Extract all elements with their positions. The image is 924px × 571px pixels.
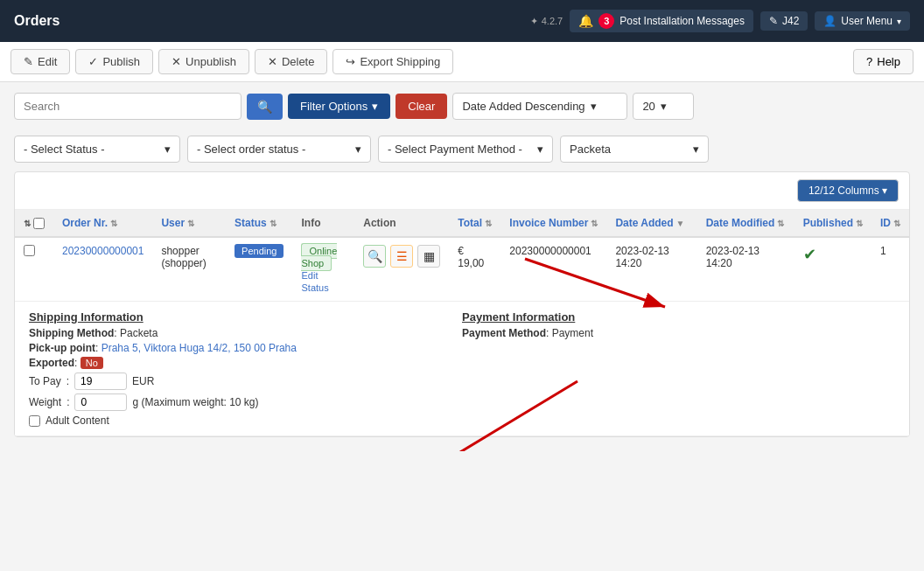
shipping-select[interactable]: Packeta ▾	[560, 136, 709, 163]
help-button[interactable]: ? Help	[853, 49, 914, 74]
j42-btn[interactable]: ✎ J42	[760, 11, 808, 31]
app-title: Orders	[14, 13, 530, 29]
info-section: Shipping Information Shipping Method: Pa…	[15, 302, 909, 435]
unpublish-button[interactable]: ✕ Unpublish	[158, 49, 249, 74]
source-badge: Online Shop	[301, 243, 337, 271]
user-icon: 👤	[823, 15, 836, 27]
td-order-nr: 20230000000001	[53, 237, 152, 302]
th-order-nr[interactable]: Order Nr. ⇅	[53, 210, 152, 237]
topay-label: To Pay	[29, 375, 61, 387]
table-toolbar: 12/12 Columns ▾	[15, 172, 909, 210]
order-link[interactable]: 20230000000001	[62, 245, 144, 257]
td-action: 🔍 ☰ ▦	[354, 237, 449, 302]
payment-method-label: Payment Method	[462, 327, 546, 339]
notifications-btn[interactable]: 🔔 3 Post Installation Messages	[570, 10, 753, 32]
list-icon[interactable]: ☰	[390, 245, 413, 268]
shipping-info-title: Shipping Information	[29, 310, 462, 324]
td-status: Pending	[226, 237, 292, 302]
delete-button[interactable]: ✕ Delete	[255, 49, 328, 74]
info-grid: Shipping Information Shipping Method: Pa…	[29, 310, 895, 427]
topay-row: To Pay: EUR	[29, 373, 462, 390]
help-icon: ?	[866, 55, 872, 68]
th-user[interactable]: User ⇅	[152, 210, 226, 237]
search-button[interactable]: 🔍	[247, 94, 283, 120]
pickup-row: Pick-up point: Praha 5, Viktora Huga 14/…	[29, 342, 462, 354]
pickup-link[interactable]: Praha 5, Viktora Huga 14/2, 150 00 Praha	[102, 342, 297, 354]
toolbar: ✎ Edit ✓ Publish ✕ Unpublish ✕ Delete ↪ …	[0, 42, 924, 82]
action-icons: 🔍 ☰ ▦	[363, 245, 440, 268]
chevron-down-icon: ▾	[591, 100, 597, 113]
topay-input[interactable]	[74, 373, 127, 390]
clear-button[interactable]: Clear	[396, 94, 447, 119]
th-published[interactable]: Published ⇅	[794, 210, 872, 237]
chevron-down-icon: ▾	[537, 143, 543, 156]
sort-select[interactable]: Date Added Descending ▾	[452, 93, 627, 120]
count-select[interactable]: 20 ▾	[633, 93, 694, 120]
td-info: Online Shop Edit Status	[292, 237, 354, 302]
chevron-down-icon: ▾	[164, 143, 171, 156]
payment-method-row: Payment Method: Payment	[462, 327, 895, 339]
orders-table-container: 12/12 Columns ▾ ⇅ Order Nr. ⇅	[14, 171, 910, 437]
columns-button[interactable]: 12/12 Columns ▾	[797, 179, 899, 202]
chevron-down-icon: ▾	[693, 143, 699, 156]
adult-content-label: Adult Content	[46, 414, 109, 427]
orders-table: ⇅ Order Nr. ⇅ User ⇅	[15, 210, 909, 436]
status-badge: Pending	[234, 244, 284, 258]
th-total[interactable]: Total ⇅	[449, 210, 500, 237]
adult-content-checkbox[interactable]	[29, 415, 40, 427]
filter-bar: 🔍 Filter Options ▾ Clear Date Added Desc…	[0, 82, 924, 130]
select-all-checkbox[interactable]	[33, 218, 45, 229]
exported-label: Exported	[29, 357, 74, 369]
th-date-modified[interactable]: Date Modified ⇅	[697, 210, 794, 237]
filter-options-button[interactable]: Filter Options ▾	[288, 94, 390, 119]
edit-button[interactable]: ✎ Edit	[10, 49, 70, 74]
td-checkbox	[15, 237, 53, 302]
shipping-method-label: Shipping Method	[29, 327, 114, 339]
edit-status-link[interactable]: Edit Status	[301, 270, 328, 293]
export-button[interactable]: ↪ Export Shipping	[332, 49, 453, 74]
search-input[interactable]	[14, 93, 242, 120]
weight-label: Weight	[29, 396, 61, 408]
td-date-added: 2023-02-13 14:20	[606, 237, 696, 302]
th-checkbox: ⇅	[15, 210, 53, 237]
version-tag: ✦ 4.2.7	[530, 16, 563, 27]
top-nav: Orders ✦ 4.2.7 🔔 3 Post Installation Mes…	[0, 0, 924, 42]
table-row: 20230000000001 shopper (shopper) Pending…	[15, 237, 909, 302]
td-date-modified: 2023-02-13 14:20	[697, 237, 794, 302]
view-icon[interactable]: 🔍	[363, 245, 386, 268]
shipping-method-row: Shipping Method: Packeta	[29, 327, 462, 339]
td-total: € 19,00	[449, 237, 500, 302]
filter-row: - Select Status - ▾ - Select order statu…	[0, 130, 924, 171]
chevron-down-icon: ▾	[355, 143, 361, 156]
status-select[interactable]: - Select Status - ▾	[14, 136, 180, 163]
chevron-down-icon: ▾	[897, 17, 901, 26]
table-header-row: ⇅ Order Nr. ⇅ User ⇅	[15, 210, 909, 237]
adult-content-row: Adult Content	[29, 414, 462, 427]
user-menu-btn[interactable]: 👤 User Menu ▾	[815, 11, 910, 31]
content-area: 12/12 Columns ▾ ⇅ Order Nr. ⇅	[0, 171, 924, 437]
barcode-icon[interactable]: ▦	[417, 245, 440, 268]
sort-arrows-icon: ⇅	[24, 219, 31, 228]
th-status[interactable]: Status ⇅	[226, 210, 292, 237]
th-date-added[interactable]: Date Added ▼	[606, 210, 696, 237]
chevron-down-icon: ▾	[661, 100, 667, 113]
th-invoice[interactable]: Invoice Number ⇅	[500, 210, 606, 237]
th-id[interactable]: ID ⇅	[872, 210, 909, 237]
detail-row: Shipping Information Shipping Method: Pa…	[15, 302, 909, 436]
weight-unit: g (Maximum weight: 10 kg)	[132, 396, 258, 408]
payment-info-col: Payment Information Payment Method: Paym…	[462, 310, 895, 427]
publish-button[interactable]: ✓ Publish	[75, 49, 153, 74]
payment-info-title: Payment Information	[462, 310, 895, 324]
order-status-select[interactable]: - Select order status - ▾	[187, 136, 371, 163]
payment-method-value: Payment	[552, 327, 593, 339]
topay-currency: EUR	[132, 375, 154, 387]
published-check-icon: ✔	[803, 246, 816, 263]
payment-method-select[interactable]: - Select Payment Method - ▾	[378, 136, 553, 163]
row-checkbox[interactable]	[24, 245, 35, 256]
chevron-down-icon: ▾	[372, 100, 378, 113]
exported-row: Exported: No	[29, 357, 462, 369]
export-icon: ↪	[346, 55, 355, 68]
weight-input[interactable]	[74, 393, 127, 411]
search-icon: 🔍	[257, 100, 272, 114]
notification-count: 3	[598, 13, 614, 29]
